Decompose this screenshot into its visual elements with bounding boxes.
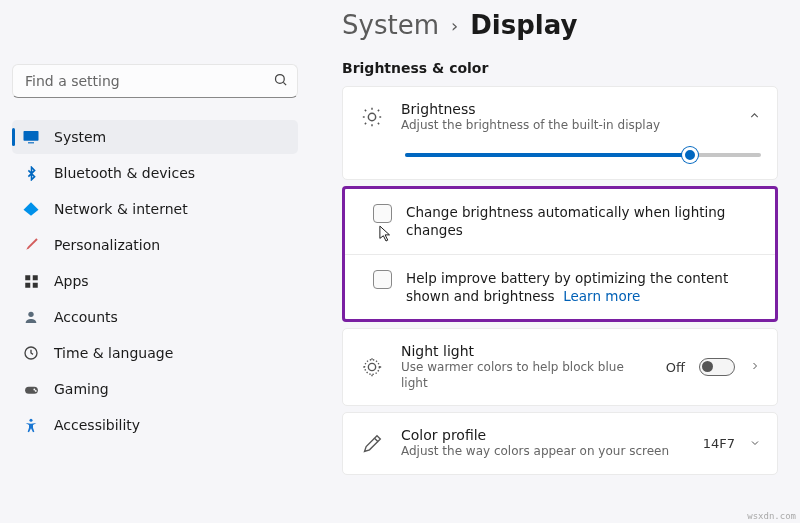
svg-point-24 <box>365 360 380 375</box>
wifi-icon <box>22 200 40 218</box>
svg-rect-4 <box>25 275 30 280</box>
auto-brightness-row[interactable]: Change brightness automatically when lig… <box>345 189 775 253</box>
night-light-toggle[interactable] <box>699 358 735 376</box>
svg-rect-7 <box>32 282 37 287</box>
learn-more-link[interactable]: Learn more <box>563 288 640 304</box>
sidebar-item-bluetooth[interactable]: Bluetooth & devices <box>12 156 298 190</box>
nav-label: Apps <box>54 273 89 289</box>
brush-icon <box>22 236 40 254</box>
search-icon <box>273 72 288 90</box>
nav-label: Time & language <box>54 345 173 361</box>
sidebar-item-network[interactable]: Network & internet <box>12 192 298 226</box>
color-profile-subtitle: Adjust the way colors appear on your scr… <box>401 443 687 459</box>
annotation-highlight: Change brightness automatically when lig… <box>342 186 778 322</box>
nav-label: Accessibility <box>54 417 140 433</box>
apps-icon <box>22 272 40 290</box>
brightness-slider-row <box>343 147 777 179</box>
night-light-card[interactable]: Night light Use warmer colors to help bl… <box>342 328 778 406</box>
svg-point-23 <box>368 364 375 371</box>
svg-line-21 <box>365 123 366 124</box>
brightness-title: Brightness <box>401 101 732 117</box>
breadcrumb-parent[interactable]: System <box>342 10 439 40</box>
auto-brightness-label: Change brightness automatically when lig… <box>406 203 755 239</box>
section-title: Brightness & color <box>342 60 778 76</box>
svg-line-17 <box>365 110 366 111</box>
main-content: System › Display Brightness & color Brig… <box>310 0 800 523</box>
search-wrap <box>12 64 298 98</box>
clock-icon <box>22 344 40 362</box>
svg-point-14 <box>368 113 375 120</box>
content-brightness-checkbox[interactable] <box>373 270 392 289</box>
svg-point-0 <box>276 75 285 84</box>
bluetooth-icon <box>22 164 40 182</box>
svg-rect-3 <box>28 142 34 143</box>
svg-line-18 <box>378 123 379 124</box>
svg-rect-2 <box>24 131 39 141</box>
sidebar: System Bluetooth & devices Network & int… <box>0 0 310 523</box>
color-profile-card[interactable]: Color profile Adjust the way colors appe… <box>342 412 778 474</box>
svg-line-1 <box>283 82 286 85</box>
svg-point-12 <box>34 389 36 391</box>
nav-label: Personalization <box>54 237 160 253</box>
display-icon <box>22 128 40 146</box>
nav-label: Bluetooth & devices <box>54 165 195 181</box>
sidebar-item-time-language[interactable]: Time & language <box>12 336 298 370</box>
brightness-subtitle: Adjust the brightness of the built-in di… <box>401 117 732 133</box>
svg-line-22 <box>378 110 379 111</box>
sun-icon <box>359 104 385 130</box>
chevron-up-icon[interactable] <box>748 109 761 125</box>
nav-list: System Bluetooth & devices Network & int… <box>12 120 298 442</box>
svg-point-8 <box>28 312 33 317</box>
night-light-icon <box>359 354 385 380</box>
sidebar-item-personalization[interactable]: Personalization <box>12 228 298 262</box>
brightness-card: Brightness Adjust the brightness of the … <box>342 86 778 180</box>
svg-rect-5 <box>32 275 37 280</box>
accessibility-icon <box>22 416 40 434</box>
auto-brightness-checkbox[interactable] <box>373 204 392 223</box>
nav-label: Accounts <box>54 309 118 325</box>
brightness-header[interactable]: Brightness Adjust the brightness of the … <box>343 87 777 147</box>
chevron-right-icon[interactable] <box>749 359 761 375</box>
night-light-state: Off <box>666 360 685 375</box>
breadcrumb: System › Display <box>342 10 778 40</box>
watermark: wsxdn.com <box>747 511 796 521</box>
search-input[interactable] <box>12 64 298 98</box>
content-brightness-label: Help improve battery by optimizing the c… <box>406 269 755 305</box>
svg-point-11 <box>33 388 35 390</box>
accounts-icon <box>22 308 40 326</box>
sidebar-item-system[interactable]: System <box>12 120 298 154</box>
nav-label: Network & internet <box>54 201 188 217</box>
night-light-title: Night light <box>401 343 650 359</box>
gaming-icon <box>22 380 40 398</box>
breadcrumb-current: Display <box>470 10 577 40</box>
sidebar-item-gaming[interactable]: Gaming <box>12 372 298 406</box>
sidebar-item-apps[interactable]: Apps <box>12 264 298 298</box>
sidebar-item-accessibility[interactable]: Accessibility <box>12 408 298 442</box>
sidebar-item-accounts[interactable]: Accounts <box>12 300 298 334</box>
color-profile-value: 14F7 <box>703 436 735 451</box>
content-brightness-row[interactable]: Help improve battery by optimizing the c… <box>345 255 775 319</box>
chevron-right-icon: › <box>451 15 458 36</box>
nav-label: System <box>54 129 106 145</box>
svg-point-13 <box>29 419 32 422</box>
chevron-down-icon[interactable] <box>749 436 761 452</box>
night-light-subtitle: Use warmer colors to help block blue lig… <box>401 359 650 391</box>
svg-rect-6 <box>25 282 30 287</box>
nav-label: Gaming <box>54 381 109 397</box>
eyedropper-icon <box>359 431 385 457</box>
brightness-slider[interactable] <box>405 147 761 163</box>
color-profile-title: Color profile <box>401 427 687 443</box>
